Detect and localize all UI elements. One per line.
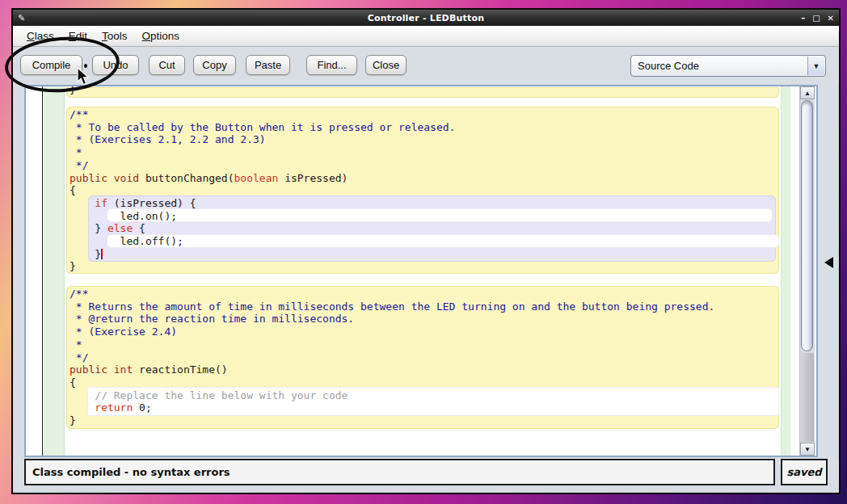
gutter-separator [42,86,43,456]
menu-edit[interactable]: Edit [61,26,95,46]
vertical-scrollbar[interactable]: ▲ ▼ [799,86,815,456]
find-button[interactable]: Find... [306,55,357,75]
class-scope-strip-right [781,86,790,456]
class-scope-strip-left [44,86,65,456]
scope-else-body [107,234,779,248]
close-button[interactable]: Close [365,55,407,75]
scrollbar-thumb[interactable] [801,100,813,351]
minimize-icon[interactable]: – [801,14,805,23]
window-title: Controller - LEDButton [13,13,839,23]
close-icon[interactable]: ✕ [828,14,834,23]
status-bar: Class compiled - no syntax errors saved [13,459,839,487]
annotation-left-triangle [824,257,833,268]
paste-button[interactable]: Paste [246,55,290,75]
scrollbar-track[interactable] [801,353,814,442]
scope-method-partial [66,87,779,98]
maximize-icon[interactable]: □ [812,14,820,23]
scroll-up-icon[interactable]: ▲ [800,86,815,99]
scope-if-body [107,208,773,222]
annotation-dot [84,64,87,68]
code-editor[interactable]: }/** * To be called by the Button when i… [24,85,818,457]
scroll-down-icon[interactable]: ▼ [800,443,815,456]
title-bar: ✎ Controller - LEDButton – □ ✕ [13,10,839,26]
copy-button[interactable]: Copy [193,55,236,75]
status-message: Class compiled - no syntax errors [24,459,775,485]
view-selector-value: Source Code [631,60,807,72]
toolbar: Compile Undo Cut Copy Paste Find... Clos… [13,47,839,85]
editor-window: ✎ Controller - LEDButton – □ ✕ Class Edi… [11,8,841,494]
undo-button[interactable]: Undo [92,55,139,75]
menu-class[interactable]: Class [19,26,61,46]
view-selector[interactable]: Source Code ▼ [630,55,826,77]
saved-indicator: saved [781,459,828,485]
menu-bar: Class Edit Tools Options [13,26,839,47]
cut-button[interactable]: Cut [149,55,185,75]
compile-button[interactable]: Compile [20,55,82,75]
menu-options[interactable]: Options [135,26,188,46]
chevron-down-icon[interactable]: ▼ [807,57,824,75]
menu-tools[interactable]: Tools [95,26,135,46]
